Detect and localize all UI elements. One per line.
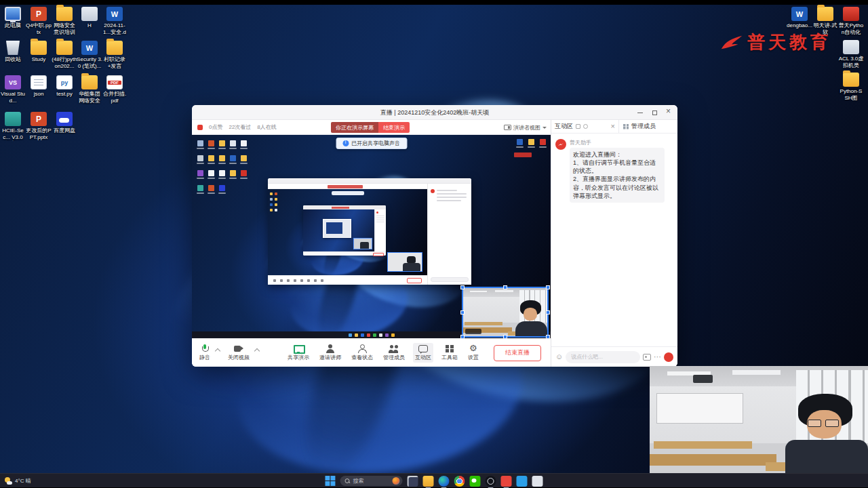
app-toolbar: 静音 关闭视频 共享演示 邀请讲师 查看状态 管理成员 互动区 工具箱 设置 结… bbox=[192, 338, 551, 367]
bing-icon[interactable] bbox=[393, 477, 400, 485]
app-icon bbox=[843, 40, 859, 54]
edge-icon[interactable] bbox=[439, 476, 450, 487]
toolbox-button[interactable]: 工具箱 bbox=[439, 343, 460, 363]
end-presentation-button[interactable]: 结束演示 bbox=[378, 122, 410, 133]
mirrored-titlebar bbox=[268, 178, 471, 184]
mute-button[interactable]: 静音 bbox=[197, 343, 212, 363]
camera-preview-window[interactable] bbox=[650, 366, 868, 473]
app-icon[interactable] bbox=[532, 476, 543, 487]
presenting-text: 你正在演示屏幕 bbox=[331, 122, 378, 133]
info-icon bbox=[342, 140, 349, 146]
mirrored-toolbar bbox=[268, 275, 427, 285]
live-app-icon[interactable] bbox=[501, 476, 512, 487]
more-icon[interactable] bbox=[654, 353, 661, 361]
desktop-icon-docx[interactable]: 2024-11-1...安全.docx bbox=[102, 7, 127, 36]
resize-handle[interactable] bbox=[546, 310, 550, 314]
share-audio-notice: 已开启共享电脑声音 bbox=[336, 138, 407, 149]
maximize-icon[interactable] bbox=[651, 109, 658, 116]
resize-handle[interactable] bbox=[460, 310, 465, 314]
this-pc-icon bbox=[5, 7, 21, 21]
desktop-icon-huaneng-folder[interactable]: 华能集团网络安全项... bbox=[77, 75, 102, 104]
powerpoint-icon bbox=[31, 7, 47, 21]
folder-icon bbox=[31, 41, 47, 55]
minimize-icon[interactable] bbox=[637, 109, 644, 116]
vscode-icon[interactable] bbox=[517, 476, 528, 487]
desktop-icon-folder[interactable]: 网络安全意识培训 bbox=[52, 7, 77, 35]
window-titlebar[interactable]: 直播 | 20241210安全化2402晚班-胡天顷 bbox=[192, 105, 677, 120]
close-icon[interactable] bbox=[665, 109, 672, 116]
camera-overlay-thumb[interactable] bbox=[462, 287, 549, 338]
interaction-zone-button[interactable]: 互动区 bbox=[413, 343, 433, 363]
mic-icon bbox=[199, 344, 210, 353]
resize-handle[interactable] bbox=[546, 335, 550, 338]
file-explorer-icon[interactable] bbox=[423, 476, 434, 487]
likes-count: 0点赞 bbox=[209, 123, 222, 131]
mic-options-chevron-icon[interactable] bbox=[215, 348, 220, 353]
desktop-icon-python-folder[interactable]: (48行)python202... bbox=[52, 41, 77, 69]
manage-members-button[interactable]: 管理成员 bbox=[381, 343, 407, 363]
desktop-icon-this-pc[interactable]: 此电脑 bbox=[0, 7, 26, 29]
image-icon[interactable] bbox=[643, 354, 651, 361]
desktop-icon-pptx[interactable]: Q4中职.pptx bbox=[26, 7, 52, 35]
chat-input[interactable] bbox=[566, 351, 640, 363]
desktop-icon-testpy[interactable]: test.py bbox=[52, 75, 77, 98]
pdf-icon bbox=[106, 75, 123, 89]
folder-icon bbox=[81, 75, 98, 89]
chrome-icon[interactable] bbox=[454, 476, 465, 487]
desktop-icon-dengbao[interactable]: dengbao... bbox=[787, 7, 812, 29]
close-panel-icon[interactable] bbox=[611, 123, 615, 130]
visual-studio-icon bbox=[5, 75, 21, 89]
status-icon bbox=[357, 344, 368, 353]
resize-handle[interactable] bbox=[460, 335, 465, 338]
chevron-down-icon bbox=[542, 127, 547, 129]
popout-icon[interactable] bbox=[576, 124, 580, 129]
invite-teacher-button[interactable]: 邀请讲师 bbox=[317, 343, 343, 363]
desktop-icon-ppt2[interactable]: 更改后的PPT.pptx bbox=[26, 112, 52, 140]
resize-handle[interactable] bbox=[503, 335, 507, 338]
settings-icon bbox=[468, 344, 479, 353]
resize-handle[interactable] bbox=[503, 285, 507, 289]
putian-education-logo: 普天教育 bbox=[720, 30, 831, 54]
stats-bar: 0点赞 22次看过 8人在线 你正在演示屏幕 结束演示 演讲者视图 bbox=[192, 120, 551, 135]
desktop-icon-study[interactable]: Study bbox=[26, 41, 52, 63]
desktop-icon-visual-studio[interactable]: Visual Stud... bbox=[0, 75, 26, 104]
tab-manage-members[interactable]: 管理成员 bbox=[619, 120, 677, 133]
mirrored-chat-panel bbox=[427, 184, 471, 285]
mirrored-notice bbox=[332, 191, 364, 195]
desktop-icon-pdf[interactable]: 合并扫描.pdf bbox=[102, 75, 127, 104]
desktop-icon-acl[interactable]: ACL 3.0虚拟机类 bbox=[838, 40, 864, 68]
obs-icon[interactable] bbox=[486, 476, 496, 487]
resize-handle[interactable] bbox=[546, 285, 550, 289]
start-button[interactable] bbox=[326, 476, 336, 486]
share-screen-button[interactable]: 共享演示 bbox=[285, 343, 311, 363]
camera-off-button[interactable]: 关闭视频 bbox=[226, 343, 252, 363]
detach-icon[interactable] bbox=[583, 124, 588, 129]
desktop-icon-python-ssh[interactable]: Python-SSH图 bbox=[838, 73, 864, 101]
wechat-icon[interactable] bbox=[470, 476, 481, 487]
desktop-icon-hcie[interactable]: HCIE-Sec... V3.0 设备... bbox=[0, 112, 26, 141]
desktop-icon-putian-python[interactable]: 普天Python自动化运... bbox=[838, 7, 864, 36]
view-mode-select[interactable]: 演讲者视图 bbox=[504, 123, 547, 132]
end-live-button[interactable]: 结束直播 bbox=[494, 345, 541, 361]
weather-widget[interactable]: 4°C 晴 bbox=[5, 474, 31, 488]
tab-interaction-zone[interactable]: 互动区 bbox=[551, 120, 619, 133]
screen-share-view: 已开启共享电脑声音 bbox=[192, 135, 551, 338]
view-status-button[interactable]: 查看状态 bbox=[349, 343, 375, 363]
resize-handle[interactable] bbox=[460, 285, 465, 289]
settings-button[interactable]: 设置 bbox=[466, 343, 481, 363]
send-button[interactable] bbox=[664, 352, 673, 362]
camera-icon bbox=[233, 344, 244, 353]
task-view-icon[interactable] bbox=[408, 476, 418, 487]
taskbar-search[interactable]: 搜索 bbox=[340, 476, 403, 486]
desktop-icon-notes-folder[interactable]: 村职记录+发言 bbox=[102, 41, 127, 69]
desktop-icon-json[interactable]: json bbox=[26, 75, 52, 98]
camera-options-chevron-icon[interactable] bbox=[254, 348, 260, 353]
desktop-icon-h[interactable]: H bbox=[77, 7, 102, 29]
emoji-icon[interactable] bbox=[555, 353, 563, 361]
desktop-icon-recycle-bin[interactable]: 回收站 bbox=[0, 41, 26, 63]
chat-area[interactable]: 普天助手 欢迎进入直播间： 1、请自行调节手机音量至合适的状态。 2、直播界面显… bbox=[551, 134, 677, 346]
desktop-icon-baidu-pan[interactable]: 百度网盘 bbox=[52, 112, 77, 134]
weather-icon bbox=[5, 477, 12, 485]
mirrored-avatar bbox=[431, 189, 435, 193]
desktop-icon-security-doc[interactable]: Security 3.0 (笔试)... bbox=[77, 41, 102, 69]
